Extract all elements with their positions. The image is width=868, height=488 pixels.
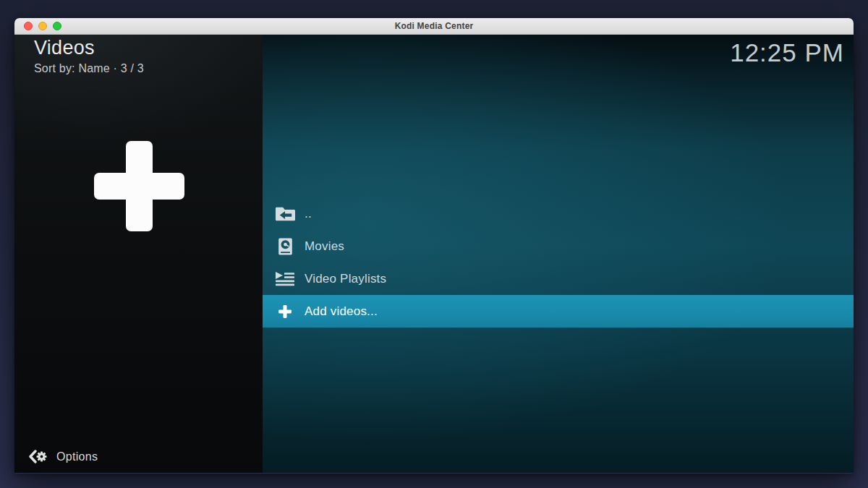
traffic-lights xyxy=(24,18,61,34)
list-item-video-playlists[interactable]: Video Playlists xyxy=(263,262,854,295)
kodi-window: Kodi Media Center Videos Sort by: Name ·… xyxy=(14,18,854,474)
file-list: .. Movies xyxy=(263,197,854,328)
sidebar: Videos Sort by: Name · 3 / 3 xyxy=(14,35,263,473)
titlebar[interactable]: Kodi Media Center xyxy=(14,18,854,35)
playlist-icon xyxy=(275,270,295,288)
list-item-parent-dir[interactable]: .. xyxy=(263,197,854,230)
clock: 12:25 PM xyxy=(730,38,844,67)
list-item-label: Video Playlists xyxy=(305,272,386,286)
options-gear-icon xyxy=(29,450,47,463)
list-item-label: Movies xyxy=(305,239,344,254)
hard-disk-icon xyxy=(275,237,295,256)
list-item-add-videos[interactable]: Add videos... xyxy=(263,295,854,328)
options-button[interactable]: Options xyxy=(25,447,102,466)
sort-status: Sort by: Name · 3 / 3 xyxy=(34,62,144,75)
page-title: Videos xyxy=(34,37,95,59)
window-title: Kodi Media Center xyxy=(395,21,474,31)
folder-back-icon xyxy=(275,205,295,223)
minimize-button-icon[interactable] xyxy=(38,22,47,30)
list-item-label: .. xyxy=(305,207,312,221)
close-button-icon[interactable] xyxy=(24,22,33,30)
options-label: Options xyxy=(56,450,98,463)
plus-thumbnail-icon xyxy=(94,141,184,231)
zoom-button-icon[interactable] xyxy=(53,22,61,30)
add-plus-icon xyxy=(275,302,295,321)
main-panel: 12:25 PM .. xyxy=(263,35,854,473)
window-content: Videos Sort by: Name · 3 / 3 xyxy=(14,35,854,473)
list-item-label: Add videos... xyxy=(305,304,378,319)
list-item-movies[interactable]: Movies xyxy=(263,230,854,262)
